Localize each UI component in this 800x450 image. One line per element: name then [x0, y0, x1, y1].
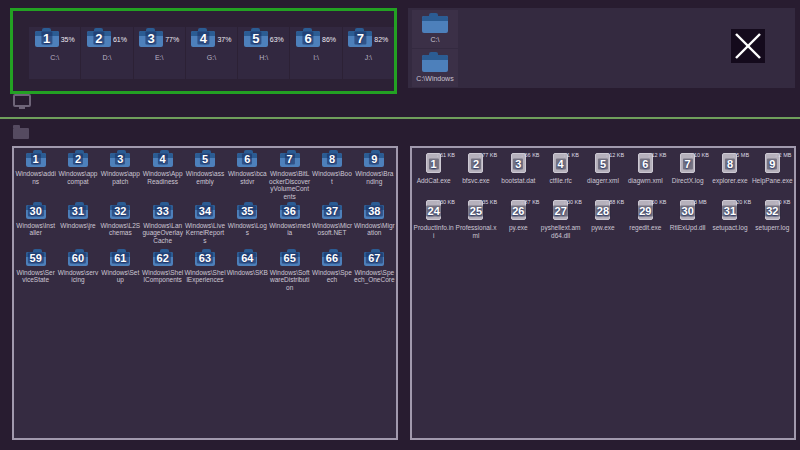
file-size-label: 10 KB: [690, 152, 709, 158]
folder-item[interactable]: 35Windows\Logs: [227, 203, 268, 248]
file-item[interactable]: 320 KBsetuperr.log: [752, 198, 793, 243]
path-history-panel: C:\C:\Windows: [408, 8, 795, 88]
file-item[interactable]: 2430 KBProductInfo.ini: [413, 198, 454, 243]
folder-label: Windows\ShellExperiences: [184, 269, 225, 284]
file-icon-wrap: 277 KB: [455, 153, 496, 174]
folder-label: Windows\Boot: [311, 170, 352, 185]
file-item[interactable]: 710 KBDirectX.log: [667, 151, 708, 196]
file-item[interactable]: 2950 KBregedit.exe: [625, 198, 666, 243]
folder-label: Windows\servicing: [57, 269, 98, 284]
folder-item[interactable]: 61Windows\Setup: [100, 250, 141, 295]
file-icon-wrap: 161 KB: [413, 153, 454, 174]
folder-item[interactable]: 1Windows\addins: [15, 151, 56, 201]
folder-icon: 5: [244, 31, 268, 47]
folder-item[interactable]: 64Windows\SKB: [227, 250, 268, 295]
close-button[interactable]: [731, 29, 765, 63]
drive-tile[interactable]: 686%I:\: [290, 27, 341, 79]
folder-number: 2: [73, 154, 83, 165]
folder-item[interactable]: 36Windows\media: [269, 203, 310, 248]
file-size-label: 12 KB: [648, 152, 667, 158]
drive-number: 2: [93, 32, 104, 45]
drive-usage-percent: 35%: [61, 36, 75, 43]
folder-number: 62: [155, 252, 171, 263]
file-label: explorer.exe: [709, 177, 750, 185]
folder-icon: 2: [68, 153, 88, 167]
folder-icon: 30: [26, 205, 46, 219]
file-item[interactable]: 85 MBexplorer.exe: [709, 151, 750, 196]
file-item[interactable]: 2687 KBpy.exe: [498, 198, 539, 243]
file-size-label: 5 MB: [732, 152, 749, 158]
file-item[interactable]: 512 KBdiagerr.xml: [582, 151, 623, 196]
file-item[interactable]: 2535 KBProfessional.xml: [455, 198, 496, 243]
folder-item[interactable]: 7Windows\BitLockerDiscoveryVolumeContent…: [269, 151, 310, 201]
folder-item[interactable]: 67Windows\Speech_OneCore: [354, 250, 395, 295]
file-item[interactable]: 366 KBbootstat.dat: [498, 151, 539, 196]
drive-tile[interactable]: 377%E:\: [134, 27, 185, 79]
folder-item[interactable]: 62Windows\ShellComponents: [142, 250, 183, 295]
file-size-label: 1 KB: [563, 152, 579, 158]
drive-number: 4: [198, 32, 209, 45]
file-item[interactable]: 3120 KBsetupact.log: [709, 198, 750, 243]
folder-item[interactable]: 65Windows\SoftwareDistribution: [269, 250, 310, 295]
folder-number: 8: [327, 154, 337, 165]
folder-item[interactable]: 31Windows\jre: [57, 203, 98, 248]
file-item[interactable]: 2888 KBpyw.exe: [582, 198, 623, 243]
drive-tile[interactable]: 782%J:\: [343, 27, 394, 79]
file-item[interactable]: 612 KBdiagwrn.xml: [625, 151, 666, 196]
file-size-label: 30 KB: [563, 199, 582, 205]
drive-iconrow: 782%: [348, 31, 388, 47]
file-number: 29: [637, 205, 653, 216]
folder-label: Windows\addins: [15, 170, 56, 185]
drive-tile[interactable]: 135%C:\: [29, 27, 80, 79]
drive-tile[interactable]: 437%G:\: [186, 27, 237, 79]
file-item[interactable]: 161 KBAddCat.exe: [413, 151, 454, 196]
folder-item[interactable]: 34Windows\LiveKernelReports: [184, 203, 225, 248]
drive-iconrow: 437%: [191, 31, 231, 47]
drive-letter-label: G:\: [207, 54, 216, 61]
folder-item[interactable]: 30Windows\Installer: [15, 203, 56, 248]
folder-item[interactable]: 33Windows\LanguageOverlayCache: [142, 203, 183, 248]
folder-label: Windows\jre: [57, 222, 98, 230]
folder-item[interactable]: 4Windows\AppReadiness: [142, 151, 183, 201]
folder-item[interactable]: 37Windows\Microsoft.NET: [311, 203, 352, 248]
folder-item[interactable]: 6Windows\bcastdvr: [227, 151, 268, 201]
file-size-label: 88 KB: [605, 199, 624, 205]
drive-tile[interactable]: 563%H:\: [238, 27, 289, 79]
folder-item[interactable]: 38Windows\Migration: [354, 203, 395, 248]
folder-item[interactable]: 5Windows\assembly: [184, 151, 225, 201]
file-size-label: 61 KB: [436, 152, 455, 158]
file-item[interactable]: 277 KBbfsvc.exe: [455, 151, 496, 196]
file-item[interactable]: 92 MBHelpPane.exe: [752, 151, 793, 196]
folder-item[interactable]: 3Windows\apppatch: [100, 151, 141, 201]
file-item[interactable]: 303 MBRtlExUpd.dll: [667, 198, 708, 243]
folder-label: Windows\apppatch: [100, 170, 141, 185]
path-item[interactable]: C:\Windows: [412, 49, 458, 87]
file-item[interactable]: 2730 KBpyshellext.amd64.dll: [540, 198, 581, 243]
folder-item[interactable]: 2Windows\appcompat: [57, 151, 98, 201]
folder-icon: 7: [280, 153, 300, 167]
folder-number: 63: [197, 252, 213, 263]
files-panel: 161 KBAddCat.exe277 KBbfsvc.exe366 KBboo…: [410, 146, 796, 440]
monitor-icon: [13, 94, 33, 111]
folder-number: 5: [200, 154, 210, 165]
app-window: 135%C:\261%D:\377%E:\437%G:\563%H:\686%I…: [0, 0, 800, 450]
file-icon-wrap: 2687 KB: [498, 200, 539, 221]
folder-item[interactable]: 9Windows\Branding: [354, 151, 395, 201]
folder-number: 1: [31, 154, 41, 165]
folder-item[interactable]: 63Windows\ShellExperiences: [184, 250, 225, 295]
file-item[interactable]: 41 KBctfile.rfc: [540, 151, 581, 196]
folder-label: Windows\Speech_OneCore: [354, 269, 395, 284]
folder-item[interactable]: 59Windows\ServiceState: [15, 250, 56, 295]
folder-item[interactable]: 60Windows\servicing: [57, 250, 98, 295]
folder-item[interactable]: 8Windows\Boot: [311, 151, 352, 201]
folder-item[interactable]: 32Windows\L2Schemas: [100, 203, 141, 248]
drive-iconrow: 686%: [296, 31, 336, 47]
drive-tile[interactable]: 261%D:\: [81, 27, 132, 79]
folder-number: 37: [324, 205, 340, 216]
folder-item[interactable]: 66Windows\Speech: [311, 250, 352, 295]
path-item[interactable]: C:\: [412, 10, 458, 48]
file-icon-wrap: 3120 KB: [709, 200, 750, 221]
file-icon-wrap: 2535 KB: [455, 200, 496, 221]
drive-usage-percent: 82%: [374, 36, 388, 43]
folder-icon: 66: [322, 252, 342, 266]
